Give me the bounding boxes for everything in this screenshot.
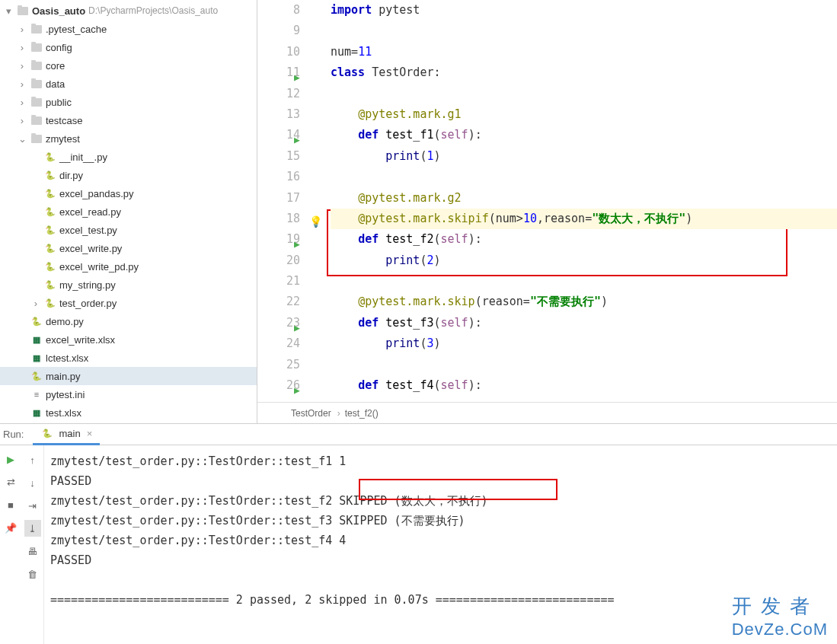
code-line[interactable] bbox=[331, 167, 837, 187]
tree-item-label: test_order.py bbox=[59, 298, 117, 309]
tree-item[interactable]: ≡pytest.ini bbox=[0, 385, 257, 403]
root-label: Oasis_auto bbox=[32, 5, 85, 17]
tree-item[interactable]: 🐍excel_pandas.py bbox=[0, 184, 257, 202]
gutter-line[interactable]: 20 bbox=[257, 250, 300, 271]
gutter-line[interactable]: 16 bbox=[257, 167, 300, 187]
tree-arrow-icon[interactable]: ⌄ bbox=[17, 133, 27, 144]
tree-arrow-icon[interactable]: › bbox=[17, 60, 27, 71]
delete-button[interactable]: 🗑 bbox=[24, 566, 41, 582]
tree-item-label: lctest.xlsx bbox=[46, 352, 88, 364]
tree-item[interactable]: ›config bbox=[0, 38, 257, 56]
console-output[interactable]: zmytest/test_order.py::TestOrder::test_f… bbox=[44, 445, 837, 644]
tree-item[interactable]: ▦lctest.xlsx bbox=[0, 349, 257, 367]
tree-arrow-icon[interactable]: › bbox=[17, 42, 27, 53]
up-arrow-icon[interactable]: ↑ bbox=[24, 451, 41, 468]
gutter-line[interactable]: 18 bbox=[257, 209, 300, 229]
code-area[interactable]: import pytestnum=11class TestOrder: @pyt… bbox=[308, 0, 837, 402]
run-tab-main[interactable]: 🐍 main × bbox=[33, 424, 100, 445]
code-line[interactable]: def test_f3(self): bbox=[331, 313, 837, 333]
tree-item[interactable]: 🐍excel_read.py bbox=[0, 202, 257, 221]
code-line[interactable]: 💡 @pytest.mark.skipif(num>10,reason="数太大… bbox=[331, 209, 837, 229]
tree-arrow-icon[interactable]: › bbox=[17, 97, 27, 107]
gutter-line[interactable]: 19▶ bbox=[257, 229, 300, 250]
print-button[interactable]: 🖶 bbox=[24, 543, 41, 560]
tree-item[interactable]: 🐍excel_test.py bbox=[0, 221, 257, 239]
tree-item[interactable]: 🐍__init__.py bbox=[0, 148, 257, 166]
tree-item[interactable]: ›testcase bbox=[0, 111, 257, 129]
soft-wrap-button[interactable]: ⇥ bbox=[24, 497, 41, 514]
tree-item[interactable]: ›.pytest_cache bbox=[0, 20, 257, 38]
tree-item[interactable]: ⌄zmytest bbox=[0, 129, 257, 148]
code-line[interactable]: import pytest bbox=[331, 0, 837, 21]
tree-item[interactable]: 🐍excel_write.py bbox=[0, 239, 257, 257]
tree-arrow-icon[interactable]: › bbox=[30, 298, 41, 308]
code-line[interactable] bbox=[331, 271, 837, 292]
tree-item[interactable]: ›core bbox=[0, 56, 257, 75]
tree-item-label: excel_write.py bbox=[59, 243, 122, 254]
tree-arrow-icon[interactable]: › bbox=[17, 24, 27, 34]
project-tree[interactable]: ▾ Oasis_auto D:\PycharmProjects\Oasis_au… bbox=[0, 0, 257, 423]
code-line[interactable]: def test_f2(self): bbox=[331, 229, 837, 250]
gutter-line[interactable]: 12 bbox=[257, 84, 300, 104]
tree-arrow-icon[interactable]: › bbox=[17, 78, 27, 89]
line-gutter[interactable]: 891011▶121314▶1516171819▶20212223▶242526… bbox=[257, 0, 308, 402]
gutter-line[interactable]: 24 bbox=[257, 333, 300, 354]
breadcrumb-item[interactable]: test_f2() bbox=[345, 408, 379, 419]
pin-button[interactable]: 📌 bbox=[5, 520, 17, 535]
gutter-line[interactable]: 13 bbox=[257, 104, 300, 125]
gutter-line[interactable]: 21 bbox=[257, 271, 300, 292]
gutter-line[interactable]: 26▶ bbox=[257, 375, 300, 396]
gutter-line[interactable]: 15 bbox=[257, 146, 300, 167]
gutter-line[interactable]: 25 bbox=[257, 355, 300, 375]
code-line[interactable] bbox=[331, 84, 837, 104]
code-line[interactable]: num=11 bbox=[331, 42, 837, 62]
tree-item[interactable]: 🐍excel_write_pd.py bbox=[0, 257, 257, 276]
gutter-line[interactable]: 11▶ bbox=[257, 62, 300, 83]
code-line[interactable]: def test_f4(self): bbox=[331, 375, 837, 396]
stop-button[interactable]: ■ bbox=[8, 497, 14, 512]
run-gutter-icon[interactable]: ▶ bbox=[294, 380, 300, 400]
tree-item[interactable]: 🐍demo.py bbox=[0, 312, 257, 330]
code-line[interactable]: @pytest.mark.g2 bbox=[331, 188, 837, 209]
tree-item[interactable]: ▦excel_write.xlsx bbox=[0, 330, 257, 349]
run-panel-label: Run: bbox=[3, 429, 24, 440]
file-icon: ▦ bbox=[30, 352, 43, 364]
code-line[interactable]: print(1) bbox=[331, 146, 837, 167]
tree-item[interactable]: 🐍main.py bbox=[0, 367, 257, 385]
run-toolbar-right: ↑ ↓ ⇥ ⤓ 🖶 🗑 bbox=[21, 445, 44, 644]
breadcrumb-item[interactable]: TestOrder bbox=[291, 408, 331, 419]
tree-arrow-icon[interactable]: › bbox=[17, 115, 27, 126]
gutter-line[interactable]: 17 bbox=[257, 188, 300, 209]
tree-item[interactable]: 🐍my_string.py bbox=[0, 276, 257, 294]
scroll-to-end-button[interactable]: ⤓ bbox=[24, 520, 41, 537]
tree-item[interactable]: 🐍dir.py bbox=[0, 166, 257, 184]
tree-item[interactable]: ›data bbox=[0, 75, 257, 93]
tree-item[interactable]: ›🐍test_order.py bbox=[0, 294, 257, 312]
gutter-line[interactable]: 22 bbox=[257, 292, 300, 312]
code-line[interactable]: def test_f1(self): bbox=[331, 125, 837, 145]
gutter-line[interactable]: 14▶ bbox=[257, 125, 300, 145]
file-icon bbox=[30, 41, 43, 53]
code-line[interactable]: print(3) bbox=[331, 333, 837, 354]
close-icon[interactable]: × bbox=[87, 428, 93, 439]
code-line[interactable]: class TestOrder: bbox=[331, 62, 837, 83]
gutter-line[interactable]: 9 bbox=[257, 21, 300, 41]
tree-root[interactable]: ▾ Oasis_auto D:\PycharmProjects\Oasis_au… bbox=[0, 2, 257, 20]
editor-breadcrumb[interactable]: TestOrder › test_f2() bbox=[257, 402, 837, 423]
code-line[interactable]: @pytest.mark.g1 bbox=[331, 104, 837, 125]
run-button[interactable]: ▶ bbox=[7, 451, 14, 467]
code-line[interactable]: @pytest.mark.skip(reason="不需要执行") bbox=[331, 292, 837, 312]
gutter-line[interactable]: 8 bbox=[257, 0, 300, 21]
chevron-down-icon[interactable]: ▾ bbox=[3, 5, 14, 16]
down-arrow-icon[interactable]: ↓ bbox=[24, 474, 41, 491]
tree-item[interactable]: ▦test.xlsx bbox=[0, 403, 257, 422]
gutter-line[interactable]: 10 bbox=[257, 42, 300, 62]
gutter-line[interactable]: 23▶ bbox=[257, 313, 300, 333]
code-line[interactable]: print(2) bbox=[331, 250, 837, 271]
tree-item[interactable]: ›public bbox=[0, 93, 257, 111]
tree-item-label: .pytest_cache bbox=[46, 24, 107, 35]
code-line[interactable] bbox=[331, 355, 837, 375]
intention-bulb-icon[interactable]: 💡 bbox=[309, 212, 322, 232]
toggle-button[interactable]: ⇄ bbox=[7, 474, 15, 489]
code-line[interactable] bbox=[331, 21, 837, 41]
